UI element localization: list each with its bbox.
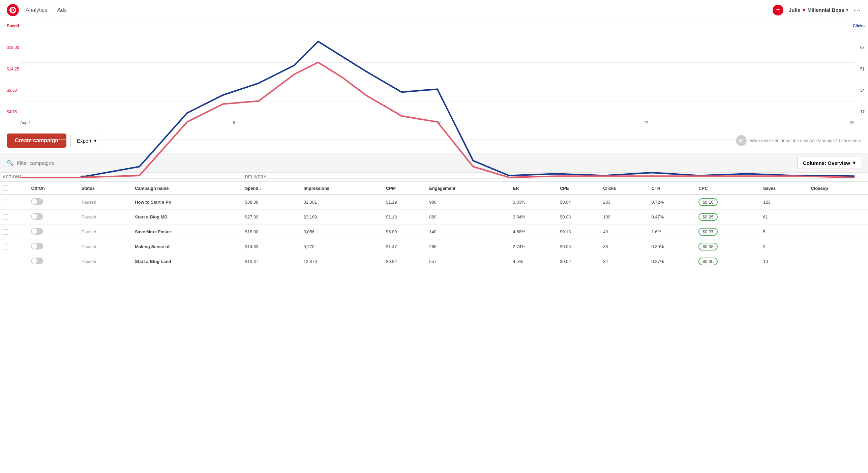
row-spend: $38.38 <box>242 195 301 210</box>
row-cpe: $0.13 <box>557 225 600 239</box>
row-impressions: 32,301 <box>301 195 383 210</box>
row-clicks: 34 <box>600 254 649 269</box>
row-toggle[interactable] <box>28 225 79 239</box>
row-impressions: 3,056 <box>301 225 383 239</box>
col-cpe: CPE <box>557 182 600 195</box>
row-saves: 5 <box>760 225 808 239</box>
row-toggle[interactable] <box>28 210 79 225</box>
row-engagement: 557 <box>426 254 510 269</box>
brand-name: Millennial Boss <box>807 7 844 13</box>
y-right-val-3: 34 <box>860 88 865 93</box>
row-cpc: $0.38 <box>696 239 760 254</box>
col-name: Campaign name <box>132 182 242 195</box>
row-cpe: $0.05 <box>557 239 600 254</box>
row-spend: $27.39 <box>242 210 301 225</box>
row-toggle[interactable] <box>28 239 79 254</box>
row-closeup <box>808 195 868 210</box>
row-checkbox[interactable] <box>0 239 28 254</box>
row-closeup <box>808 210 868 225</box>
table-row: Paused How to Start a Po $38.38 32,301 $… <box>0 195 868 210</box>
row-cpm: $1.19 <box>383 195 426 210</box>
col-status: Status <box>79 182 132 195</box>
row-impressions: 23,169 <box>301 210 383 225</box>
row-status: Paused <box>79 210 132 225</box>
user-name: Julie <box>789 7 800 13</box>
row-saves: 10 <box>760 254 808 269</box>
row-ctr: 1.6% <box>649 225 696 239</box>
more-options-icon[interactable]: ··· <box>854 6 861 14</box>
row-status: Paused <box>79 195 132 210</box>
row-clicks: 109 <box>600 210 649 225</box>
row-engagement: 980 <box>426 195 510 210</box>
table-row: Paused Making Sense of $14.33 9,770 $1.4… <box>0 239 868 254</box>
col-cpc: CPC <box>696 182 760 195</box>
row-campaign-name: How to Start a Po <box>132 195 242 210</box>
row-status: Paused <box>79 225 132 239</box>
row-checkbox[interactable] <box>0 195 28 210</box>
y-left-val-3: $9.50 <box>7 88 19 93</box>
row-cpe: $0.04 <box>557 195 600 210</box>
x-label-1: Aug 1 <box>20 120 31 125</box>
row-campaign-name: Start a Blog Land <box>132 254 242 269</box>
col-engagement: Engagement <box>426 182 510 195</box>
col-closeup: Closeup <box>808 182 868 195</box>
x-label-3: 15 <box>437 120 441 125</box>
y-right-val-2: 51 <box>860 67 865 71</box>
row-status: Paused <box>79 239 132 254</box>
col-checkbox <box>0 182 28 195</box>
row-toggle[interactable] <box>28 254 79 269</box>
user-chevron-icon: ▾ <box>846 8 848 12</box>
row-checkbox[interactable] <box>0 225 28 239</box>
row-er: 4.58% <box>510 225 557 239</box>
nav-ads[interactable]: Ads <box>57 6 67 14</box>
row-ctr: 0.47% <box>649 210 696 225</box>
row-checkbox[interactable] <box>0 254 28 269</box>
row-toggle[interactable] <box>28 195 79 210</box>
row-engagement: 268 <box>426 239 510 254</box>
spend-label: Spend <box>7 24 19 28</box>
row-ctr: 0.39% <box>649 239 696 254</box>
col-er: ER <box>510 182 557 195</box>
user-menu[interactable]: Julie ♥ Millennial Boss ▾ <box>789 7 848 13</box>
row-impressions: 9,770 <box>301 239 383 254</box>
heart-icon: ♥ <box>802 7 805 13</box>
row-clicks: 233 <box>600 195 649 210</box>
row-cpm: $1.47 <box>383 239 426 254</box>
column-headers-row: Off/On Status Campaign name Spend ↓ Impr… <box>0 182 868 195</box>
col-spend[interactable]: Spend ↓ <box>242 182 301 195</box>
row-engagement: 889 <box>426 210 510 225</box>
x-label-4: 22 <box>643 120 648 125</box>
col-ctr: CTR <box>649 182 696 195</box>
row-cpc: $0.25 <box>696 210 760 225</box>
row-closeup <box>808 254 868 269</box>
row-checkbox[interactable] <box>0 210 28 225</box>
col-cpm: CPM <box>383 182 426 195</box>
nav-analytics[interactable]: Analytics <box>26 6 47 14</box>
header-right: + Julie ♥ Millennial Boss ▾ ··· <box>773 5 861 16</box>
table-row: Paused Start a Blog Land $10.37 12,370 $… <box>0 254 868 269</box>
row-cpm: $1.18 <box>383 210 426 225</box>
row-spend: $14.33 <box>242 239 301 254</box>
row-cpc: $0.37 <box>696 225 760 239</box>
row-closeup <box>808 225 868 239</box>
pinterest-logo[interactable] <box>7 4 19 16</box>
chart-lines <box>20 24 855 179</box>
row-cpc: $0.16 <box>696 195 760 210</box>
row-engagement: 140 <box>426 225 510 239</box>
y-left-val-4: $4.75 <box>7 110 19 114</box>
table-row: Paused Save More Faster $18.00 3,056 $5.… <box>0 225 868 239</box>
campaigns-table: Actions Info Delivery Off/On Status Camp… <box>0 173 868 269</box>
row-spend: $10.37 <box>242 254 301 269</box>
row-clicks: 38 <box>600 239 649 254</box>
select-all-checkbox[interactable] <box>3 185 8 191</box>
row-er: 3.03% <box>510 195 557 210</box>
col-impressions: Impressions <box>301 182 383 195</box>
row-er: 4.5% <box>510 254 557 269</box>
row-impressions: 12,370 <box>301 254 383 269</box>
row-saves: 61 <box>760 210 808 225</box>
add-button[interactable]: + <box>773 5 783 16</box>
col-saves: Saves <box>760 182 808 195</box>
row-cpe: $0.03 <box>557 210 600 225</box>
row-cpe: $0.02 <box>557 254 600 269</box>
y-right-val-1: 68 <box>860 45 865 50</box>
